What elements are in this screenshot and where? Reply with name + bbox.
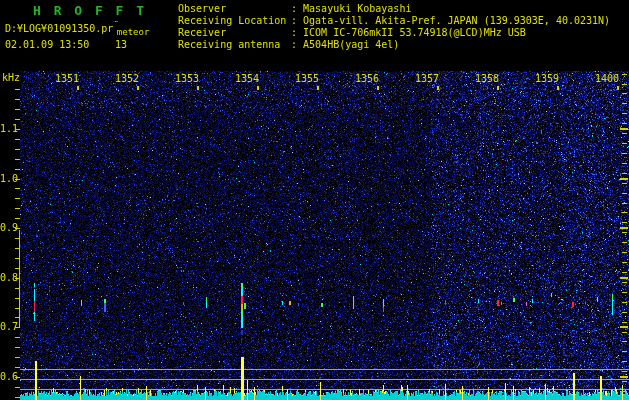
freq-label: 0.6 — [0, 371, 14, 382]
spectrogram-canvas — [0, 0, 629, 400]
freq-label: 1.1 — [0, 123, 14, 134]
freq-label: 0.9 — [0, 222, 14, 233]
info-label: Receiver — [178, 27, 291, 39]
station-name: meteor — [117, 27, 150, 37]
info-value: A504HB(yagi 4el) — [291, 39, 399, 51]
log-file-line: D:¥LOG¥01091350.pr¨meteor — [5, 20, 150, 34]
echo-count: 13 — [115, 39, 127, 50]
station-info-table: ObserverMasayuki KobayashiReceiving Loca… — [178, 3, 610, 51]
freq-label: 1.0 — [0, 173, 14, 184]
info-value: Ogata-vill. Akita-Pref. JAPAN (139.9303E… — [291, 15, 610, 27]
time-label: 1355 — [287, 73, 327, 84]
datetime-line: 02.01.09 13:5013 — [5, 39, 155, 50]
freq-axis-unit: kHz — [2, 72, 20, 83]
info-label: Receiving Location — [178, 15, 291, 27]
file-path-text: D:¥LOG¥01091350.pr — [5, 23, 113, 34]
hrofft-window: H R O F F T D:¥LOG¥01091350.pr¨meteor 02… — [0, 0, 629, 400]
time-label: 1354 — [227, 73, 267, 84]
time-label: 1352 — [107, 73, 147, 84]
time-label: 1351 — [47, 73, 87, 84]
info-row: Receiving LocationOgata-vill. Akita-Pref… — [178, 15, 610, 27]
time-label: 1358 — [467, 73, 507, 84]
info-label: Receiving antenna — [178, 39, 291, 51]
info-value: Masayuki Kobayashi — [291, 3, 411, 15]
freq-label: 0.8 — [0, 272, 14, 283]
time-label: 1359 — [527, 73, 567, 84]
info-label: Observer — [178, 3, 291, 15]
datetime-text: 02.01.09 13:50 — [5, 39, 89, 50]
freq-label: 0.7 — [0, 321, 14, 332]
info-row: ReceiverICOM IC-706mkII 53.74918(@LCD)MH… — [178, 27, 610, 39]
app-title: H R O F F T — [33, 3, 147, 18]
time-label: 1357 — [407, 73, 447, 84]
time-label: 1356 — [347, 73, 387, 84]
info-value: ICOM IC-706mkII 53.74918(@LCD)MHz USB — [291, 27, 526, 39]
info-row: ObserverMasayuki Kobayashi — [178, 3, 610, 15]
time-label: 1353 — [167, 73, 207, 84]
time-label: 1400 — [587, 73, 627, 84]
info-row: Receiving antennaA504HB(yagi 4el) — [178, 39, 610, 51]
